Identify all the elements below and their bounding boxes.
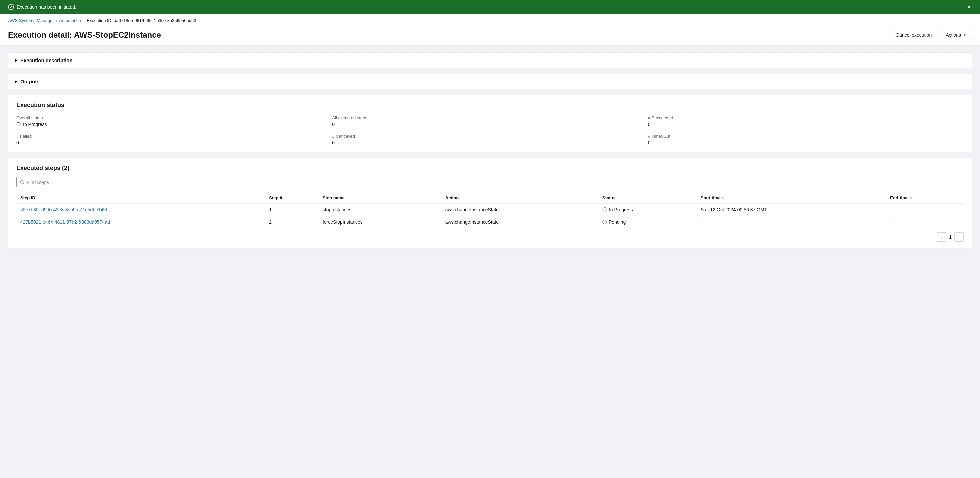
all-steps-label: All executed steps <box>332 115 648 120</box>
col-step-name: Step name <box>319 193 441 203</box>
prev-page-button[interactable]: ‹ <box>937 232 946 242</box>
cell-step-id: 52e7b30f-69d0-42e3-8ea9-c71d5dbe149f <box>16 203 265 216</box>
outputs-header[interactable]: ▶ Outputs <box>8 74 972 89</box>
failed-value: 0 <box>16 140 332 145</box>
cell-step-name: forceStopInstances <box>319 216 441 228</box>
svg-line-1 <box>23 183 24 184</box>
success-icon: ✓ <box>8 4 14 10</box>
sort-start-time-icon: ▽ <box>722 196 725 199</box>
expand-icon: ▶ <box>15 59 18 62</box>
outputs-card: ▶ Outputs <box>8 73 972 89</box>
table-header-row: Step ID Step # Step name Action Status <box>16 193 964 203</box>
col-step-id: Step ID <box>16 193 265 203</box>
col-step-name-label: Step name <box>323 195 345 200</box>
all-steps-cell: All executed steps 0 <box>332 115 648 127</box>
page-header: Execution detail: AWS-StopEC2Instance Ca… <box>0 26 980 46</box>
actions-dropdown-icon: ▼ <box>963 33 966 37</box>
step-id-link[interactable]: 427b5021-e464-4811-87d2-6383da9574ad <box>21 219 110 225</box>
overall-status-value: In Progress <box>16 122 332 127</box>
executed-steps-title: Executed steps (2) <box>16 165 964 172</box>
cell-end-time: - <box>886 216 964 228</box>
cell-action: aws:changeInstanceState <box>441 203 598 216</box>
actions-button[interactable]: Actions ▼ <box>940 30 972 40</box>
pending-icon <box>602 220 607 224</box>
main-content: ▶ Execution description ▶ Outputs Execut… <box>0 46 980 255</box>
col-end-time-label: End time <box>890 195 908 200</box>
executed-steps-count: 2 <box>64 165 67 172</box>
col-action: Action <box>441 193 598 203</box>
in-progress-text: In Progress <box>609 207 633 212</box>
cell-start-time: Sat, 12 Oct 2024 00:56:37 GMT <box>697 203 886 216</box>
breadcrumb-link-automation[interactable]: Automation <box>59 18 81 23</box>
col-status: Status <box>598 193 697 203</box>
breadcrumb: AWS Systems Manager › Automation › Execu… <box>8 18 972 23</box>
execution-description-card: ▶ Execution description <box>8 53 972 68</box>
col-step-num: Step # <box>265 193 319 203</box>
cell-status: Pending <box>598 216 697 228</box>
pending-badge: Pending <box>602 219 693 225</box>
table-row: 427b5021-e464-4811-87d2-6383da9574ad2for… <box>16 216 964 228</box>
overall-status-text: In Progress <box>23 122 47 127</box>
timedout-value: 0 <box>648 140 964 145</box>
search-bar[interactable] <box>16 177 123 187</box>
cell-end-time: - <box>886 203 964 216</box>
overall-status-cell: Overall status In Progress <box>16 115 332 127</box>
executed-steps-card: Executed steps (2) Step ID Step # <box>8 158 972 249</box>
execution-description-header[interactable]: ▶ Execution description <box>8 53 972 68</box>
timedout-label: # TimedOut <box>648 134 964 139</box>
outputs-title: Outputs <box>21 78 40 84</box>
row-spinner-icon <box>602 207 607 212</box>
cancelled-cell: # Cancelled 0 <box>332 134 648 145</box>
cell-step-num: 2 <box>265 216 319 228</box>
actions-label: Actions <box>946 32 961 38</box>
banner-content: ✓ Execution has been initiated. <box>8 4 76 10</box>
spinner-icon <box>16 122 21 127</box>
all-steps-value: 0 <box>332 122 648 127</box>
success-banner: ✓ Execution has been initiated. × <box>0 0 980 14</box>
header-actions: Cancel execution Actions ▼ <box>890 30 972 40</box>
breadcrumb-sep-1: › <box>56 18 57 23</box>
step-id-link[interactable]: 52e7b30f-69d0-42e3-8ea9-c71d5dbe149f <box>21 207 107 212</box>
cell-step-id: 427b5021-e464-4811-87d2-6383da9574ad <box>16 216 265 228</box>
pending-text: Pending <box>609 219 625 225</box>
page-number: 1 <box>949 234 951 240</box>
page-title: Execution detail: AWS-StopEC2Instance <box>8 30 161 40</box>
breadcrumb-bar: AWS Systems Manager › Automation › Execu… <box>0 14 980 26</box>
banner-close-button[interactable]: × <box>966 3 972 11</box>
succeeded-label: # Succeeded <box>648 115 964 120</box>
overall-status-label: Overall status <box>16 115 332 120</box>
cell-step-num: 1 <box>265 203 319 216</box>
cancelled-label: # Cancelled <box>332 134 648 139</box>
timedout-cell: # TimedOut 0 <box>648 134 964 145</box>
execution-status-card: Execution status Overall status In Progr… <box>8 95 972 153</box>
executed-steps-title-text: Executed steps <box>16 165 60 172</box>
outputs-expand-icon: ▶ <box>15 80 18 83</box>
breadcrumb-sep-2: › <box>83 18 84 23</box>
steps-table-body: 52e7b30f-69d0-42e3-8ea9-c71d5dbe149f1sto… <box>16 203 964 228</box>
cancel-execution-button[interactable]: Cancel execution <box>890 30 937 40</box>
col-action-label: Action <box>445 195 458 200</box>
execution-description-title: Execution description <box>21 57 73 63</box>
cell-action: aws:changeInstanceState <box>441 216 598 228</box>
col-status-label: Status <box>602 195 616 200</box>
cell-start-time: - <box>697 216 886 228</box>
breadcrumb-link-ssm[interactable]: AWS Systems Manager <box>8 18 54 23</box>
table-footer: ‹ 1 › <box>16 232 964 242</box>
col-end-time[interactable]: End time ▽ <box>886 193 964 203</box>
cell-status: In Progress <box>598 203 697 216</box>
cell-step-name: stopInstances <box>319 203 441 216</box>
search-input[interactable] <box>27 180 119 185</box>
failed-label: # Failed <box>16 134 332 139</box>
sort-end-time-icon: ▽ <box>910 196 913 199</box>
succeeded-value: 0 <box>648 122 964 127</box>
banner-message: Execution has been initiated. <box>17 4 76 10</box>
next-page-button[interactable]: › <box>954 232 964 242</box>
in-progress-badge: In Progress <box>602 207 693 212</box>
cancelled-value: 0 <box>332 140 648 145</box>
col-start-time[interactable]: Start time ▽ <box>697 193 886 203</box>
status-grid: Overall status In Progress All executed … <box>16 115 964 145</box>
col-step-id-label: Step ID <box>21 195 35 200</box>
failed-cell: # Failed 0 <box>16 134 332 145</box>
col-start-time-label: Start time <box>701 195 721 200</box>
succeeded-cell: # Succeeded 0 <box>648 115 964 127</box>
